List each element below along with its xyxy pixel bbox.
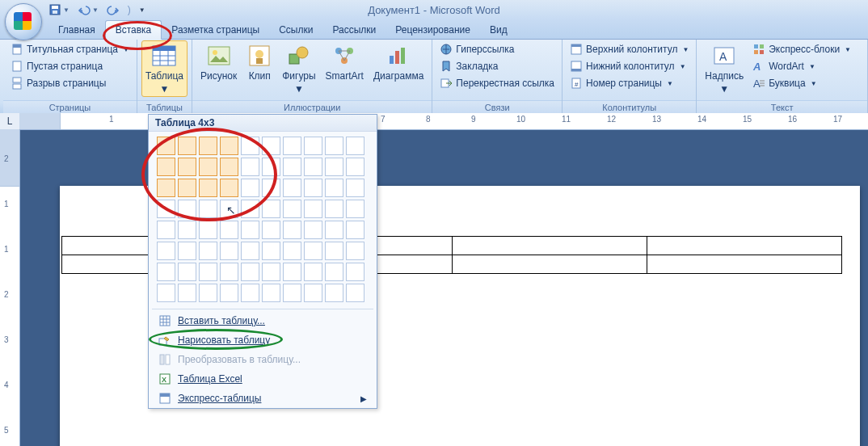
grid-cell[interactable] bbox=[220, 284, 238, 302]
grid-cell[interactable] bbox=[157, 200, 175, 218]
grid-cell[interactable] bbox=[220, 137, 238, 155]
grid-cell[interactable] bbox=[304, 137, 322, 155]
chart-button[interactable]: Диаграмма bbox=[370, 41, 427, 83]
grid-cell[interactable] bbox=[157, 221, 175, 239]
grid-cell[interactable] bbox=[325, 263, 343, 281]
draw-table-item[interactable]: Нарисовать таблицу bbox=[149, 330, 377, 350]
grid-cell[interactable] bbox=[304, 200, 322, 218]
grid-cell[interactable] bbox=[325, 284, 343, 302]
table-button[interactable]: Таблица ▼ bbox=[142, 41, 187, 96]
grid-cell[interactable] bbox=[220, 263, 238, 281]
grid-cell[interactable] bbox=[157, 242, 175, 260]
table-size-grid[interactable] bbox=[149, 132, 377, 307]
grid-cell[interactable] bbox=[346, 137, 364, 155]
grid-cell[interactable] bbox=[199, 221, 217, 239]
grid-cell[interactable] bbox=[241, 284, 259, 302]
grid-cell[interactable] bbox=[157, 263, 175, 281]
blank-page-button[interactable]: Пустая страница bbox=[8, 58, 132, 74]
grid-cell[interactable] bbox=[262, 158, 280, 176]
grid-cell[interactable] bbox=[199, 200, 217, 218]
grid-cell[interactable] bbox=[178, 284, 196, 302]
shapes-button[interactable]: Фигуры▼ bbox=[279, 41, 318, 96]
grid-cell[interactable] bbox=[283, 263, 301, 281]
grid-cell[interactable] bbox=[325, 242, 343, 260]
office-button[interactable] bbox=[5, 3, 42, 40]
grid-cell[interactable] bbox=[220, 242, 238, 260]
grid-cell[interactable] bbox=[220, 221, 238, 239]
qat-undo[interactable]: ▼ bbox=[78, 3, 99, 16]
grid-cell[interactable] bbox=[325, 179, 343, 197]
wordart-button[interactable]: AWordArt▼ bbox=[750, 58, 853, 74]
grid-cell[interactable] bbox=[241, 263, 259, 281]
page-break-button[interactable]: Разрыв страницы bbox=[8, 75, 132, 91]
grid-cell[interactable] bbox=[157, 158, 175, 176]
smartart-button[interactable]: SmartArt bbox=[322, 41, 367, 83]
tab-home[interactable]: Главная bbox=[48, 21, 105, 39]
grid-cell[interactable] bbox=[283, 284, 301, 302]
grid-cell[interactable] bbox=[346, 221, 364, 239]
grid-cell[interactable] bbox=[325, 158, 343, 176]
grid-cell[interactable] bbox=[283, 137, 301, 155]
grid-cell[interactable] bbox=[262, 179, 280, 197]
grid-cell[interactable] bbox=[157, 137, 175, 155]
pagenum-button[interactable]: #Номер страницы▼ bbox=[567, 75, 691, 91]
grid-cell[interactable] bbox=[283, 179, 301, 197]
grid-cell[interactable] bbox=[157, 179, 175, 197]
grid-cell[interactable] bbox=[304, 284, 322, 302]
grid-cell[interactable] bbox=[304, 179, 322, 197]
grid-cell[interactable] bbox=[346, 200, 364, 218]
grid-cell[interactable] bbox=[178, 221, 196, 239]
grid-cell[interactable] bbox=[199, 242, 217, 260]
grid-cell[interactable] bbox=[262, 263, 280, 281]
crossref-button[interactable]: Перекрестная ссылка bbox=[437, 75, 557, 91]
grid-cell[interactable] bbox=[304, 263, 322, 281]
grid-cell[interactable] bbox=[199, 137, 217, 155]
grid-cell[interactable] bbox=[283, 221, 301, 239]
grid-cell[interactable] bbox=[325, 221, 343, 239]
vertical-ruler[interactable]: 2112345 bbox=[0, 129, 20, 446]
tab-layout[interactable]: Разметка страницы bbox=[162, 21, 269, 39]
grid-cell[interactable] bbox=[178, 263, 196, 281]
grid-cell[interactable] bbox=[220, 179, 238, 197]
grid-cell[interactable] bbox=[241, 158, 259, 176]
picture-button[interactable]: Рисунок bbox=[197, 41, 240, 83]
grid-cell[interactable] bbox=[346, 242, 364, 260]
tab-view[interactable]: Вид bbox=[480, 21, 517, 39]
grid-cell[interactable] bbox=[178, 158, 196, 176]
hyperlink-button[interactable]: Гиперссылка bbox=[437, 41, 557, 57]
tab-mailings[interactable]: Рассылки bbox=[322, 21, 386, 39]
qat-save[interactable]: ▼ bbox=[48, 3, 70, 16]
grid-cell[interactable] bbox=[346, 158, 364, 176]
grid-cell[interactable] bbox=[283, 242, 301, 260]
excel-table-item[interactable]: XТаблица Excel bbox=[149, 369, 377, 389]
grid-cell[interactable] bbox=[325, 200, 343, 218]
grid-cell[interactable] bbox=[262, 284, 280, 302]
grid-cell[interactable] bbox=[199, 284, 217, 302]
textbox-button[interactable]: AНадпись▼ bbox=[702, 41, 747, 96]
grid-cell[interactable] bbox=[199, 179, 217, 197]
grid-cell[interactable] bbox=[178, 200, 196, 218]
grid-cell[interactable] bbox=[241, 221, 259, 239]
tab-insert[interactable]: Вставка bbox=[105, 20, 162, 40]
footer-button[interactable]: Нижний колонтитул▼ bbox=[567, 58, 691, 74]
grid-cell[interactable] bbox=[346, 179, 364, 197]
horizontal-ruler[interactable]: 1234567891011121314151617 bbox=[19, 113, 868, 130]
grid-cell[interactable] bbox=[346, 263, 364, 281]
header-button[interactable]: Верхний колонтитул▼ bbox=[567, 41, 691, 57]
qat-customize[interactable]: ▼ bbox=[139, 6, 145, 14]
qat-redo[interactable] bbox=[107, 3, 120, 16]
grid-cell[interactable] bbox=[220, 158, 238, 176]
grid-cell[interactable] bbox=[304, 242, 322, 260]
grid-cell[interactable] bbox=[262, 137, 280, 155]
grid-cell[interactable] bbox=[262, 221, 280, 239]
grid-cell[interactable] bbox=[262, 200, 280, 218]
quickparts-button[interactable]: Экспресс-блоки▼ bbox=[750, 41, 853, 57]
grid-cell[interactable] bbox=[178, 179, 196, 197]
grid-cell[interactable] bbox=[262, 242, 280, 260]
insert-table-item[interactable]: Вставить таблицу... bbox=[149, 311, 377, 330]
ruler-corner[interactable]: L bbox=[0, 113, 20, 130]
grid-cell[interactable] bbox=[304, 158, 322, 176]
grid-cell[interactable] bbox=[283, 200, 301, 218]
bookmark-button[interactable]: Закладка bbox=[437, 58, 557, 74]
grid-cell[interactable] bbox=[199, 263, 217, 281]
